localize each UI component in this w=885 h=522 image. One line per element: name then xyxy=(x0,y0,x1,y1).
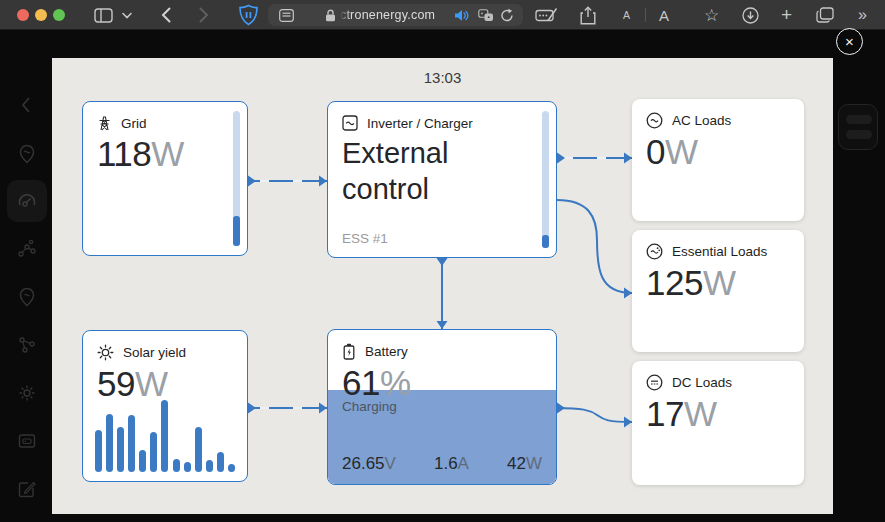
sidebar-map-pin-icon[interactable] xyxy=(16,286,38,308)
flow-battery-to-dc-loads xyxy=(557,408,632,422)
solar-bar xyxy=(139,450,146,472)
inverter-scrollbar[interactable] xyxy=(542,111,549,248)
grid-card[interactable]: Grid 118W xyxy=(82,101,248,256)
grid-unit: W xyxy=(151,134,184,173)
battery-power: 42W xyxy=(507,454,542,474)
sidebar-edit-icon[interactable] xyxy=(16,478,38,500)
dc-loads-value: 17 xyxy=(646,394,684,433)
inverter-icon xyxy=(342,115,358,131)
solar-bar xyxy=(106,414,113,472)
ac-loads-icon xyxy=(646,112,663,129)
solar-bar xyxy=(150,432,157,472)
essential-loads-value: 125 xyxy=(646,263,703,302)
inverter-mode: External control xyxy=(328,131,556,207)
ac-loads-card[interactable]: AC Loads 0W xyxy=(632,99,804,221)
bookmark-star-icon[interactable]: ☆ xyxy=(704,0,719,30)
audio-playing-icon[interactable] xyxy=(454,4,469,26)
solar-label: Solar yield xyxy=(123,345,186,360)
close-overlay-button[interactable]: × xyxy=(836,28,863,55)
battery-icon xyxy=(342,343,356,360)
browser-toolbar: ctronenergy.com A A ☆ + » xyxy=(0,0,885,30)
battery-current: 1.6A xyxy=(434,454,469,474)
ac-loads-unit: W xyxy=(665,132,698,171)
solar-bar xyxy=(195,427,202,472)
battery-label: Battery xyxy=(365,344,408,359)
sidebar-back-icon[interactable] xyxy=(16,94,38,116)
ac-loads-label: AC Loads xyxy=(672,113,731,128)
grid-pylon-icon xyxy=(97,115,112,131)
grid-scrollbar-thumb[interactable] xyxy=(233,216,240,246)
chevron-down-icon[interactable] xyxy=(122,0,132,30)
screen: ctronenergy.com A A ☆ + » xyxy=(0,0,885,522)
grid-label: Grid xyxy=(121,116,147,131)
vrm-page-background: × 13:03 xyxy=(0,30,885,522)
battery-stats-row: 26.65V 1.6A 42W xyxy=(342,454,542,474)
inverter-sub-label: ESS #1 xyxy=(342,231,388,246)
ac-loads-value: 0 xyxy=(646,132,665,171)
decrease-text-size-button[interactable]: A xyxy=(623,0,630,30)
dc-loads-label: DC Loads xyxy=(672,375,732,390)
downloads-icon[interactable] xyxy=(742,0,759,30)
battery-card[interactable]: Charging Battery 61% 26.65V 1.6A 42W xyxy=(327,329,557,485)
increase-text-size-button[interactable]: A xyxy=(659,0,669,30)
window-minimize-light[interactable] xyxy=(35,9,47,21)
essential-loads-icon xyxy=(646,243,663,260)
content-blocker-shield-icon[interactable] xyxy=(238,0,259,30)
dim-widget-settings-button[interactable] xyxy=(838,104,878,150)
new-tab-button[interactable]: + xyxy=(781,0,792,30)
system-overview-panel: 13:03 xyxy=(52,58,833,514)
forward-button-icon[interactable] xyxy=(199,0,209,30)
solar-bar xyxy=(184,462,191,472)
battery-soc-value: 61 xyxy=(342,363,380,402)
toolbar-divider xyxy=(645,8,646,22)
dim-toggle-pill xyxy=(846,115,872,124)
sidebar-dashboard-icon[interactable] xyxy=(16,190,38,212)
sidebar-toggle-icon[interactable] xyxy=(94,0,113,30)
sidebar-remote-console-icon[interactable] xyxy=(16,430,38,452)
markup-icon[interactable] xyxy=(535,0,558,30)
sidebar-devices-tree-icon[interactable] xyxy=(16,334,38,356)
solar-bar xyxy=(206,460,213,472)
solar-bar xyxy=(161,400,168,472)
overview-time: 13:03 xyxy=(52,69,833,86)
sidebar-settings-gear-icon[interactable] xyxy=(16,382,38,404)
solar-bar-chart xyxy=(95,394,235,472)
battery-voltage: 26.65V xyxy=(342,454,396,474)
solar-bar xyxy=(173,459,180,472)
window-zoom-light[interactable] xyxy=(53,9,65,21)
solar-bar xyxy=(128,415,135,472)
grid-scrollbar[interactable] xyxy=(233,111,240,246)
essential-loads-unit: W xyxy=(703,263,736,302)
dc-loads-icon xyxy=(646,374,663,391)
window-close-light[interactable] xyxy=(17,9,29,21)
solar-yield-card[interactable]: Solar yield 59W xyxy=(82,330,248,482)
inverter-charger-card[interactable]: Inverter / Charger External control ESS … xyxy=(327,101,557,258)
back-button-icon[interactable] xyxy=(161,0,171,30)
dim-toggle-pill xyxy=(846,130,872,139)
essential-loads-label: Essential Loads xyxy=(672,244,767,259)
flow-inverter-to-essential-loads xyxy=(557,200,632,293)
solar-bar xyxy=(228,464,235,472)
solar-bar xyxy=(117,427,124,472)
dc-loads-unit: W xyxy=(684,394,717,433)
solar-sun-icon xyxy=(97,344,114,361)
battery-soc-unit: % xyxy=(380,363,411,402)
solar-bar xyxy=(95,430,102,472)
inverter-label: Inverter / Charger xyxy=(367,116,473,131)
url-text[interactable]: ctronenergy.com xyxy=(340,4,435,26)
share-icon[interactable] xyxy=(580,0,596,30)
address-bar[interactable]: ctronenergy.com xyxy=(268,4,523,26)
reader-icon[interactable] xyxy=(279,4,294,26)
solar-bar xyxy=(217,452,224,472)
inverter-scrollbar-thumb[interactable] xyxy=(542,235,549,248)
more-toolbar-items-chevron[interactable]: » xyxy=(858,0,867,30)
dc-loads-card[interactable]: DC Loads 17W xyxy=(632,361,804,485)
tab-overview-icon[interactable] xyxy=(816,0,834,30)
reload-icon[interactable] xyxy=(500,4,514,26)
sidebar-connections-icon[interactable] xyxy=(16,238,38,260)
sidebar-location-icon[interactable] xyxy=(16,143,38,165)
essential-loads-card[interactable]: Essential Loads 125W xyxy=(632,230,804,352)
grid-value: 118 xyxy=(97,134,151,173)
translate-icon[interactable] xyxy=(478,4,494,26)
lock-icon xyxy=(325,4,336,26)
